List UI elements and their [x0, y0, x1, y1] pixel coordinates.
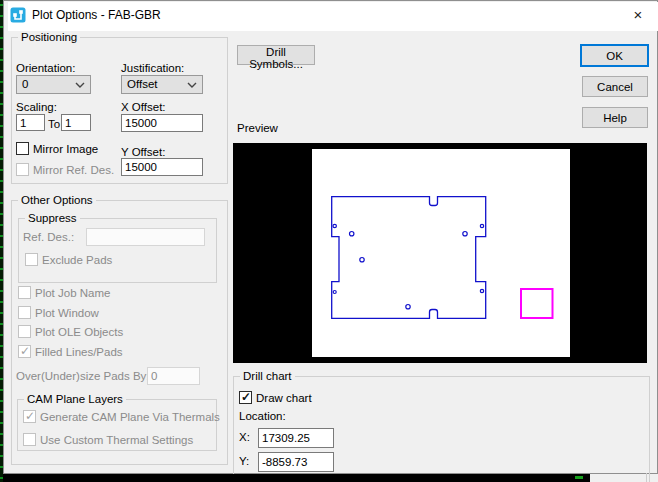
mirror-image-label: Mirror Image	[33, 143, 98, 156]
filled-lines-pads-checkbox	[18, 345, 31, 358]
cancel-button[interactable]: Cancel	[582, 76, 648, 97]
use-custom-thermals-checkbox	[23, 433, 36, 446]
mirror-image-checkbox[interactable]	[16, 142, 29, 155]
plot-ole-objects-checkbox	[18, 325, 31, 338]
orientation-dropdown[interactable]: 0	[16, 75, 91, 94]
background-app-left-edge	[0, 0, 3, 482]
scaling-label: Scaling:	[16, 101, 57, 114]
chevron-down-icon	[75, 82, 85, 88]
location-y-label: Y:	[239, 455, 249, 468]
justification-label: Justification:	[121, 62, 184, 75]
plot-window-checkbox	[18, 306, 31, 319]
plot-window-label: Plot Window	[35, 307, 99, 320]
location-x-label: X:	[239, 431, 250, 444]
justification-value: Offset	[127, 78, 157, 90]
location-label: Location:	[239, 410, 286, 423]
orientation-label: Orientation:	[16, 62, 75, 75]
border-remnant	[646, 473, 647, 482]
ref-des-input	[86, 228, 205, 246]
orientation-value: 0	[22, 78, 28, 90]
exclude-pads-label: Exclude Pads	[42, 254, 112, 267]
plot-ole-objects-label: Plot OLE Objects	[35, 326, 123, 339]
oversize-pads-label: Over(Under)size Pads By:	[16, 370, 150, 383]
use-custom-thermals-label: Use Custom Thermal Settings	[40, 434, 193, 447]
plot-job-name-checkbox	[18, 286, 31, 299]
cam-plane-layers-group-label: CAM Plane Layers	[24, 393, 126, 406]
oversize-pads-input	[147, 367, 200, 385]
dialog-title: Plot Options - FAB-GBR	[32, 8, 161, 22]
location-x-input[interactable]	[258, 428, 334, 448]
draw-chart-label: Draw chart	[256, 392, 312, 405]
scaling-from-input[interactable]	[16, 114, 45, 131]
x-offset-label: X Offset:	[121, 101, 166, 114]
drill-chart-group-label: Drill chart	[240, 370, 295, 383]
scaling-to-input[interactable]	[61, 114, 91, 131]
generate-thermals-checkbox	[23, 410, 36, 423]
filled-lines-pads-label: Filled Lines/Pads	[35, 346, 123, 359]
mirror-ref-des-label: Mirror Ref. Des.	[33, 164, 114, 177]
preview-label: Preview	[237, 122, 278, 135]
board-preview-drawing	[312, 149, 570, 357]
other-options-group-label: Other Options	[18, 194, 96, 207]
scaling-to-label: To	[48, 118, 60, 131]
exclude-pads-checkbox	[25, 253, 38, 266]
preview-area	[233, 143, 647, 363]
close-icon[interactable]: ×	[626, 4, 650, 26]
draw-chart-checkbox[interactable]	[239, 391, 252, 404]
chevron-down-icon	[187, 82, 197, 88]
x-offset-input[interactable]	[121, 114, 203, 132]
screen: Plot Options - FAB-GBR × Positioning Ori…	[0, 0, 658, 482]
y-offset-input[interactable]	[121, 158, 203, 176]
ref-des-label: Ref. Des.:	[23, 231, 74, 244]
plot-job-name-label: Plot Job Name	[35, 287, 110, 300]
background-green-dash	[575, 476, 583, 479]
plot-icon	[10, 7, 26, 23]
preview-canvas	[312, 149, 570, 357]
ok-button[interactable]: OK	[580, 44, 649, 67]
help-button[interactable]: Help	[582, 107, 648, 128]
drill-symbols-button[interactable]: Drill Symbols...	[237, 45, 315, 65]
location-y-input[interactable]	[258, 452, 334, 472]
positioning-group-label: Positioning	[18, 31, 80, 44]
suppress-group-label: Suppress	[25, 212, 80, 225]
justification-dropdown[interactable]: Offset	[121, 75, 203, 94]
generate-thermals-label: Generate CAM Plane Via Thermals	[40, 411, 220, 424]
background-app-strip	[0, 474, 590, 482]
mirror-ref-des-checkbox	[16, 163, 29, 176]
